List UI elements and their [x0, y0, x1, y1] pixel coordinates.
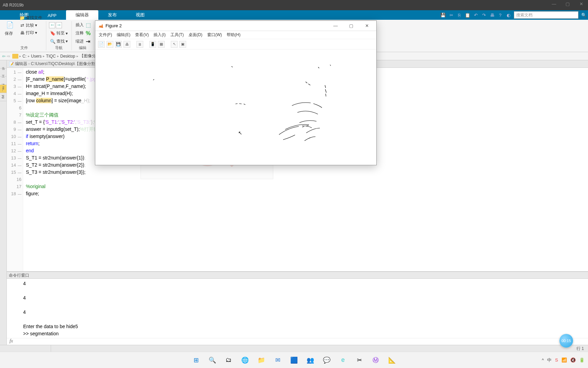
- line-number[interactable]: 2 —: [8, 76, 21, 83]
- tray-ime-icon[interactable]: 中: [547, 357, 552, 363]
- insert-button[interactable]: 插入: [75, 21, 85, 29]
- line-number[interactable]: 17: [8, 183, 21, 190]
- line-number[interactable]: 3 —: [8, 83, 21, 90]
- line-number[interactable]: 18 —: [8, 190, 21, 197]
- crumb-c[interactable]: C:: [21, 54, 28, 59]
- tray-chevron-icon[interactable]: ^: [542, 357, 544, 363]
- line-number[interactable]: 12 —: [8, 147, 21, 154]
- taskbar-matlab-icon[interactable]: 📐: [385, 353, 399, 367]
- paste-icon[interactable]: 📋: [463, 11, 472, 19]
- line-number[interactable]: 11 —: [8, 140, 21, 147]
- close-icon[interactable]: ✕: [576, 1, 587, 6]
- cut-icon[interactable]: ✂: [447, 11, 455, 19]
- redo-icon[interactable]: ↷: [480, 11, 488, 19]
- tab-publish[interactable]: 发布: [98, 10, 126, 20]
- fig-maximize-icon[interactable]: ▢: [344, 23, 358, 28]
- tray-volume-icon[interactable]: 🔇: [570, 357, 576, 363]
- back-arrow-icon[interactable]: ⇦: [2, 54, 5, 59]
- compare-button[interactable]: ⇄比较 ▾: [18, 22, 43, 29]
- indent-icon[interactable]: ⇥: [86, 38, 90, 45]
- taskbar-search-icon[interactable]: 🔍: [206, 353, 219, 367]
- line-number[interactable]: 5 —: [8, 97, 21, 104]
- grid-icon[interactable]: ▦: [158, 41, 165, 48]
- line-number[interactable]: 8 —: [8, 119, 21, 126]
- tray-sogou-icon[interactable]: S: [555, 357, 558, 363]
- figure-menu-item[interactable]: 帮助(H): [227, 32, 241, 38]
- tab-view[interactable]: 视图: [126, 10, 154, 20]
- line-number[interactable]: 14 —: [8, 162, 21, 169]
- search-submit-icon[interactable]: 🔍: [580, 11, 588, 19]
- taskbar-files-icon[interactable]: 📁: [255, 353, 268, 367]
- line-number[interactable]: 6: [8, 104, 21, 111]
- figure-menu-item[interactable]: 查看(V): [135, 32, 149, 38]
- taskbar-edge-icon[interactable]: 🌐: [238, 353, 252, 367]
- taskbar-office-icon[interactable]: 🟦: [287, 353, 301, 367]
- line-number[interactable]: 4 —: [8, 90, 21, 97]
- nav-history[interactable]: ⇦⇨: [49, 22, 62, 28]
- open-fig-icon[interactable]: 📂: [107, 41, 113, 48]
- crumb-users[interactable]: Users: [30, 54, 43, 59]
- search-doc-input[interactable]: 搜索文档: [514, 11, 578, 19]
- fig-minimize-icon[interactable]: —: [329, 23, 342, 28]
- line-number[interactable]: 16: [8, 176, 21, 183]
- undo-icon[interactable]: ↶: [472, 11, 480, 19]
- new-fig-icon[interactable]: 📄: [98, 41, 105, 48]
- new-file-button[interactable]: 📄: [5, 20, 16, 30]
- figure-menu-item[interactable]: 工具(T): [170, 32, 184, 38]
- print-fig-icon[interactable]: 🖶: [124, 41, 130, 48]
- taskbar-mail-icon[interactable]: ✉: [271, 353, 284, 367]
- taskbar-ie-icon[interactable]: e: [336, 353, 350, 367]
- sidebar-tab[interactable]: 当: [0, 60, 6, 68]
- figure-menu-item[interactable]: 桌面(D): [189, 32, 202, 38]
- pointer-icon[interactable]: ↖: [171, 41, 178, 48]
- folder-icon[interactable]: [12, 54, 18, 59]
- find-files-button[interactable]: 📁查找文件: [18, 14, 43, 21]
- timer-badge[interactable]: 00:15: [559, 334, 573, 348]
- line-number[interactable]: 13 —: [8, 154, 21, 162]
- sidebar-tab-active[interactable]: ne..: [0, 85, 6, 93]
- gear-icon[interactable]: ◐: [504, 11, 512, 19]
- fig-close-icon[interactable]: ✕: [360, 23, 374, 28]
- fx-prompt[interactable]: fx: [7, 338, 588, 345]
- tab-editor[interactable]: 编辑器: [66, 10, 98, 20]
- taskbar-teams-icon[interactable]: 👥: [304, 353, 317, 367]
- figure-menu-item[interactable]: 文件(F): [99, 32, 112, 38]
- line-number[interactable]: 1 —: [8, 68, 21, 76]
- rotate-icon[interactable]: 📱: [149, 41, 156, 48]
- inspect-icon[interactable]: ▣: [179, 41, 186, 48]
- tray-wifi-icon[interactable]: 📶: [561, 357, 567, 363]
- taskbar-tasks-icon[interactable]: 🗂: [222, 353, 235, 367]
- percent-icon[interactable]: %: [86, 30, 91, 36]
- goto-button[interactable]: 🔖转至 ▾: [49, 30, 69, 37]
- line-number[interactable]: 15 —: [8, 169, 21, 176]
- sidebar-tab[interactable]: pg: [0, 93, 6, 101]
- find-button[interactable]: 🔍查找 ▾: [49, 38, 69, 45]
- save-button[interactable]: 保存: [3, 30, 14, 37]
- tray-battery-icon[interactable]: 🔋: [579, 357, 585, 363]
- sidebar-tab[interactable]: 详: [0, 77, 6, 85]
- help-icon[interactable]: ?: [496, 11, 504, 19]
- section-icon[interactable]: ⬚: [86, 22, 91, 28]
- indent-button[interactable]: 缩进: [75, 38, 85, 45]
- copy-icon[interactable]: ⎘: [455, 11, 463, 19]
- figure-menu-item[interactable]: 插入(I): [153, 32, 165, 38]
- code-line[interactable]: %original: [26, 183, 585, 190]
- line-number[interactable]: 10 —: [8, 133, 21, 140]
- line-number[interactable]: 9 —: [8, 126, 21, 133]
- command-body[interactable]: 4 4 4Enter the data to be hide5>> segmen…: [7, 279, 588, 338]
- crumb-user[interactable]: TIQC: [45, 54, 57, 59]
- minimize-icon[interactable]: —: [549, 1, 559, 6]
- crumb-desktop[interactable]: Desktop: [59, 54, 77, 59]
- comment-button[interactable]: 注释: [75, 30, 85, 37]
- taskbar-snip-icon[interactable]: ✂: [353, 353, 366, 367]
- figure-menu-item[interactable]: 窗口(W): [207, 32, 222, 38]
- taskbar-win-icon[interactable]: ⊞: [189, 353, 203, 367]
- line-number[interactable]: 7: [8, 111, 21, 119]
- figure-titlebar[interactable]: Figure 2 — ▢ ✕: [95, 21, 376, 31]
- save-fig-icon[interactable]: 💾: [115, 41, 122, 48]
- figure-menu-item[interactable]: 编辑(E): [117, 32, 130, 38]
- figure-window[interactable]: Figure 2 — ▢ ✕ 文件(F)编辑(E)查看(V)插入(I)工具(T)…: [95, 20, 377, 165]
- print-preview-icon[interactable]: 🗎: [136, 41, 143, 48]
- maximize-icon[interactable]: ▢: [562, 1, 573, 6]
- code-line[interactable]: S_T3 = str2num(answer{3});: [26, 169, 585, 176]
